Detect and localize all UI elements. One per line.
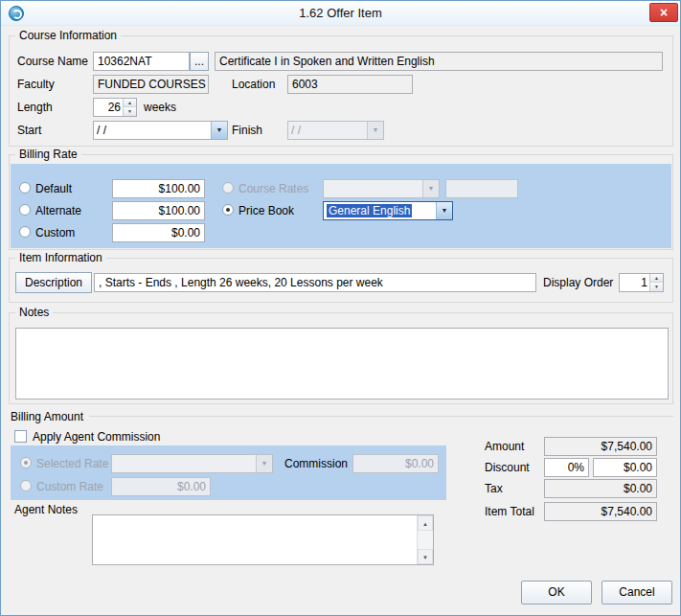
tax-label: Tax <box>485 479 503 498</box>
display-order-value: 1 <box>620 274 649 291</box>
course-rates-label: Course Rates <box>238 179 308 198</box>
spin-up-icon[interactable]: ▲ <box>650 274 663 283</box>
course-rates-amount-input <box>445 179 518 198</box>
default-rate-label: Default <box>35 179 72 198</box>
course-information-group: Course Information Course Name 10362NAT … <box>9 35 673 147</box>
discount-amount-input[interactable]: $0.00 <box>593 458 657 477</box>
scroll-down-icon[interactable]: ▼ <box>418 549 433 564</box>
agent-notes-textarea[interactable]: ▲ ▼ <box>92 514 434 565</box>
custom-rate-input: $0.00 <box>111 477 211 496</box>
alternate-rate-label: Alternate <box>35 201 81 220</box>
course-browse-button[interactable]: ... <box>190 52 209 71</box>
finish-date-combo: / / ▼ <box>287 121 384 140</box>
price-book-radio[interactable] <box>222 204 234 216</box>
course-rates-combo: ▼ <box>323 179 440 198</box>
notes-textarea[interactable] <box>15 328 669 399</box>
amount-field: $7,540.00 <box>544 437 657 456</box>
notes-legend: Notes <box>15 306 53 319</box>
custom-rate-billing-label: Custom <box>35 223 75 242</box>
apply-agent-commission-checkbox[interactable] <box>14 430 27 443</box>
amount-label: Amount <box>485 437 524 456</box>
window-title: 1.62 Offer Item <box>1 6 680 20</box>
location-label: Location <box>232 75 275 94</box>
course-rates-value <box>324 180 422 197</box>
offer-item-dialog: 1.62 Offer Item × Course Information Cou… <box>0 0 681 616</box>
start-date-combo[interactable]: / / ▼ <box>93 121 228 140</box>
apply-agent-commission-label: Apply Agent Commission <box>33 427 160 446</box>
selected-rate-combo: ▼ <box>111 454 273 473</box>
length-value: 26 <box>94 99 123 116</box>
ellipsis-icon: ... <box>194 55 204 68</box>
commission-input: $0.00 <box>352 454 439 473</box>
custom-rate-radio <box>20 480 32 491</box>
price-book-combo[interactable]: General English ▼ <box>323 201 453 220</box>
length-stepper[interactable]: 26 ▲ ▼ <box>93 98 137 117</box>
default-rate-radio[interactable] <box>19 182 31 194</box>
close-icon: × <box>660 5 668 20</box>
start-date-value: / / <box>94 122 211 139</box>
course-name-input[interactable]: 10362NAT <box>93 52 190 71</box>
title-bar: 1.62 Offer Item × <box>1 1 680 26</box>
custom-rate-label: Custom Rate <box>36 477 103 496</box>
length-stepper-arrows: ▲ ▼ <box>123 99 136 116</box>
selected-rate-label: Selected Rate <box>36 454 108 473</box>
billing-amount-divider <box>89 416 673 417</box>
description-input[interactable]: , Starts - Ends , Length 26 weeks, 20 Le… <box>94 273 536 292</box>
chevron-down-icon: ▼ <box>367 122 383 139</box>
finish-label: Finish <box>232 121 262 140</box>
custom-rate-billing-radio[interactable] <box>19 226 31 238</box>
display-order-stepper-arrows: ▲ ▼ <box>649 274 663 291</box>
selected-rate-radio <box>20 457 32 468</box>
faculty-label: Faculty <box>17 75 55 94</box>
price-book-value-wrap: General English <box>324 202 436 219</box>
default-rate-input[interactable]: $100.00 <box>112 179 205 198</box>
chevron-down-icon: ▼ <box>256 455 272 472</box>
display-order-label: Display Order <box>543 273 613 292</box>
location-field: 6003 <box>287 75 413 94</box>
billing-amount-label: Billing Amount <box>11 410 83 423</box>
spin-down-icon[interactable]: ▼ <box>650 283 663 291</box>
discount-label: Discount <box>485 458 530 477</box>
alternate-rate-input[interactable]: $100.00 <box>112 201 205 220</box>
course-name-label: Course Name <box>17 52 88 71</box>
agent-notes-value <box>96 517 414 562</box>
item-information-legend: Item Information <box>15 251 106 264</box>
item-information-group: Item Information Description , Starts - … <box>9 258 673 303</box>
weeks-label: weeks <box>144 98 176 117</box>
display-order-stepper[interactable]: 1 ▲ ▼ <box>619 273 664 292</box>
price-book-value: General English <box>327 204 412 217</box>
item-total-label: Item Total <box>485 502 534 521</box>
scroll-up-icon[interactable]: ▲ <box>418 515 433 531</box>
alternate-rate-radio[interactable] <box>19 204 31 216</box>
chevron-down-icon: ▼ <box>422 180 439 197</box>
price-book-label: Price Book <box>238 201 294 220</box>
tax-field: $0.00 <box>544 479 657 498</box>
length-label: Length <box>17 98 53 117</box>
faculty-field: FUNDED COURSES <box>93 75 209 94</box>
spin-up-icon[interactable]: ▲ <box>124 99 136 107</box>
course-rates-radio <box>222 182 234 194</box>
discount-percent-input[interactable]: 0% <box>544 458 589 477</box>
course-information-legend: Course Information <box>15 29 121 42</box>
agent-notes-label: Agent Notes <box>14 500 78 519</box>
item-total-field: $7,540.00 <box>544 502 657 521</box>
start-label: Start <box>17 121 41 140</box>
course-title-field: Certificate I in Spoken and Written Engl… <box>215 52 663 71</box>
finish-date-value: / / <box>288 122 367 139</box>
notes-group: Notes <box>9 312 673 404</box>
description-button[interactable]: Description <box>15 272 92 293</box>
ok-button[interactable]: OK <box>521 581 592 605</box>
agent-commission-panel: Selected Rate ▼ Commission $0.00 Custom … <box>11 445 446 500</box>
commission-label: Commission <box>284 454 348 473</box>
billing-rate-legend: Billing Rate <box>15 148 81 161</box>
custom-rate-billing-input[interactable]: $0.00 <box>112 223 205 242</box>
selected-rate-value <box>112 455 256 472</box>
chevron-down-icon[interactable]: ▼ <box>436 202 452 219</box>
billing-amount-header: Billing Amount <box>11 409 673 423</box>
billing-rate-group: Billing Rate Default $100.00 Course Rate… <box>9 154 673 250</box>
cancel-button[interactable]: Cancel <box>602 581 672 605</box>
close-button[interactable]: × <box>649 3 678 22</box>
chevron-down-icon[interactable]: ▼ <box>211 122 227 139</box>
agent-notes-scrollbar[interactable]: ▲ ▼ <box>417 515 433 564</box>
spin-down-icon[interactable]: ▼ <box>124 107 136 116</box>
